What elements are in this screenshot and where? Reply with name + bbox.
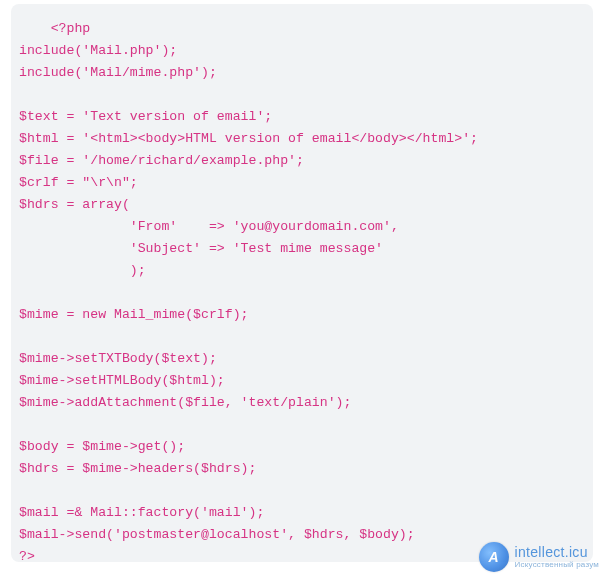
watermark-sub-text: Искусственный разум xyxy=(515,561,599,569)
code-block-container: <?php include('Mail.php'); include('Mail… xyxy=(11,4,593,562)
php-code-snippet: <?php include('Mail.php'); include('Mail… xyxy=(19,18,585,562)
